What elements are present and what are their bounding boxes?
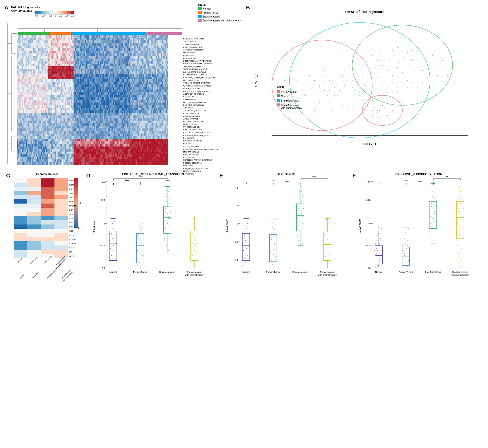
svg-point-131 xyxy=(362,75,363,76)
svg-point-84 xyxy=(372,55,373,56)
svg-text:SPERMATOGENESIS: SPERMATOGENESIS xyxy=(183,44,201,45)
svg-text:****: **** xyxy=(125,180,129,183)
svg-text:INTERFERON_ALPHA_RESPONSE: INTERFERON_ALPHA_RESPONSE xyxy=(183,60,212,62)
svg-text:PrimaryTumor: PrimaryTumor xyxy=(399,271,413,273)
svg-text:-0.4: -0.4 xyxy=(234,259,238,261)
svg-point-136 xyxy=(387,87,388,88)
svg-point-342 xyxy=(111,233,112,234)
svg-text:PrimaryTumor: PrimaryTumor xyxy=(133,271,147,273)
svg-point-403 xyxy=(164,221,165,222)
svg-point-488 xyxy=(246,243,247,244)
svg-point-152 xyxy=(339,90,340,91)
svg-point-138 xyxy=(337,85,337,86)
svg-rect-303 xyxy=(41,250,54,254)
svg-rect-249 xyxy=(54,204,68,208)
dendrogram-top xyxy=(18,29,182,32)
svg-rect-294 xyxy=(54,241,68,245)
bottom-section: C ExpressionLevel 2 xyxy=(2,170,486,446)
svg-point-395 xyxy=(168,203,169,204)
svg-point-127 xyxy=(290,23,430,138)
svg-text:CHOLESTEROL_HOMEOSTASIS: CHOLESTEROL_HOMEOSTASIS xyxy=(183,90,210,92)
color-bar-groups: Group xyxy=(12,32,182,35)
svg-text:REACTIVE_OXYGEN_SPECIES_PATHWA: REACTIVE_OXYGEN_SPECIES_PATHWAY xyxy=(183,77,218,79)
svg-point-396 xyxy=(167,213,168,214)
svg-point-405 xyxy=(165,208,166,209)
svg-point-190 xyxy=(372,110,373,111)
svg-text:LIF: LIF xyxy=(69,251,72,253)
svg-text:BrainMetastasis: BrainMetastasis xyxy=(319,271,335,273)
svg-rect-228 xyxy=(41,187,54,191)
svg-point-406 xyxy=(169,225,170,226)
svg-text:MYC_TARGETS_V2: MYC_TARGETS_V2 xyxy=(183,151,199,153)
svg-point-66 xyxy=(402,72,403,73)
svg-point-564 xyxy=(326,219,327,220)
svg-point-109 xyxy=(292,85,293,86)
svg-text:APICAL_JUNCTION: APICAL_JUNCTION xyxy=(183,146,199,148)
svg-rect-281 xyxy=(14,233,27,237)
svg-point-529 xyxy=(298,208,299,209)
svg-point-664 xyxy=(433,208,434,209)
svg-point-79 xyxy=(424,55,425,56)
svg-point-159 xyxy=(367,105,368,106)
svg-point-100 xyxy=(322,75,323,76)
svg-rect-287 xyxy=(27,237,41,241)
panel-f: F OXIDATIVE_PHOSPHORYLATION GSVA score 0… xyxy=(351,171,483,444)
svg-point-516 xyxy=(275,224,276,225)
svg-point-105 xyxy=(344,85,345,86)
svg-rect-196 xyxy=(277,90,280,93)
svg-text:MTORC1_SIGNALING: MTORC1_SIGNALING xyxy=(183,170,201,172)
svg-text:HEME_METABOLISM: HEME_METABOLISM xyxy=(183,115,200,117)
svg-point-87 xyxy=(397,47,398,48)
svg-point-161 xyxy=(357,60,358,61)
svg-point-703 xyxy=(462,196,463,197)
svg-point-113 xyxy=(357,82,358,83)
svg-point-76 xyxy=(382,65,383,66)
svg-point-73 xyxy=(422,70,423,71)
svg-point-549 xyxy=(301,191,302,192)
legend-normal: Normal xyxy=(198,7,242,10)
svg-point-373 xyxy=(140,253,141,254)
svg-point-177 xyxy=(342,55,343,55)
svg-point-541 xyxy=(302,223,303,224)
panel-b: B UMAP of EMT signature UMAP_2 UMAP_1 xyxy=(244,2,486,170)
svg-point-133 xyxy=(372,87,373,88)
svg-point-708 xyxy=(457,240,458,241)
svg-point-663 xyxy=(434,198,435,199)
svg-point-700 xyxy=(458,230,459,231)
svg-text:0.25: 0.25 xyxy=(101,199,105,201)
svg-point-398 xyxy=(166,196,167,197)
svg-point-74 xyxy=(437,75,438,76)
svg-rect-239 xyxy=(54,195,68,199)
svg-point-124 xyxy=(364,85,365,86)
svg-text:****: **** xyxy=(272,179,276,182)
svg-rect-272 xyxy=(27,224,41,229)
svg-rect-237 xyxy=(27,195,41,199)
svg-point-139 xyxy=(332,80,332,81)
svg-text:0: 0 xyxy=(78,227,80,229)
svg-point-571 xyxy=(325,237,326,238)
svg-point-397 xyxy=(168,218,169,219)
svg-point-533 xyxy=(299,193,300,194)
svg-text:BASP1: BASP1 xyxy=(69,247,75,249)
svg-rect-302 xyxy=(27,250,41,254)
svg-text:CTNNB1: CTNNB1 xyxy=(69,238,77,241)
svg-point-662 xyxy=(431,206,432,207)
svg-point-715 xyxy=(461,248,462,249)
svg-text:G2M_CHECKPOINT: G2M_CHECKPOINT xyxy=(183,154,199,156)
svg-point-119 xyxy=(319,102,320,103)
svg-point-377 xyxy=(137,250,138,251)
svg-point-169 xyxy=(432,82,433,83)
svg-text:MITOTIC_SPINDLE: MITOTIC_SPINDLE xyxy=(183,123,199,125)
panel-d-title: EPITHELIAL_MESENCHYMAL_TRANSITION xyxy=(90,172,216,176)
svg-text:BrainMetastasis: BrainMetastasis xyxy=(281,104,299,107)
svg-text:with chemotherapy: with chemotherapy xyxy=(185,274,204,276)
svg-point-560 xyxy=(325,234,326,235)
svg-point-570 xyxy=(329,222,330,223)
svg-point-172 xyxy=(342,105,343,106)
svg-text:KRAS_SIGNALING_DN: KRAS_SIGNALING_DN xyxy=(183,46,202,48)
svg-point-509 xyxy=(274,249,275,250)
svg-point-434 xyxy=(195,240,196,241)
svg-rect-274 xyxy=(54,224,68,229)
svg-rect-238 xyxy=(41,195,54,199)
svg-point-191 xyxy=(392,110,393,111)
